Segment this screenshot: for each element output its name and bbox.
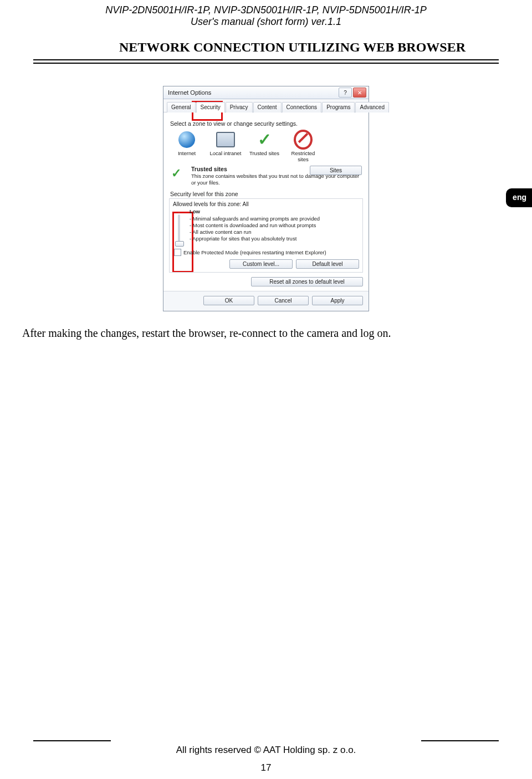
level-name: Low xyxy=(190,208,359,215)
restricted-icon xyxy=(294,130,313,149)
internet-options-dialog: Internet Options ? ✕ General Security Pr… xyxy=(163,86,369,311)
zone-internet-label: Internet xyxy=(170,150,203,156)
security-slider[interactable]: - xyxy=(173,208,185,245)
section-title: NETWORK CONNECTION UTILIZING WEB BROWSER xyxy=(0,40,466,55)
zone-trusted-sites[interactable]: ✓ Trusted sites xyxy=(248,130,281,156)
copyright-text: All rights reserved © AAT Holding sp. z … xyxy=(0,745,532,756)
level-bullet-2: - All active content can run xyxy=(190,229,359,235)
tab-privacy[interactable]: Privacy xyxy=(226,102,253,112)
footer-rule xyxy=(33,740,499,741)
zone-intranet-label: Local intranet xyxy=(209,150,242,156)
dialog-footer: OK Cancel Apply xyxy=(163,291,369,311)
zone-local-intranet[interactable]: Local intranet xyxy=(209,130,242,156)
tab-connections[interactable]: Connections xyxy=(282,102,322,112)
zone-prompt: Select a zone to view or change security… xyxy=(170,120,363,127)
sites-button[interactable]: Sites xyxy=(310,166,362,175)
page-number: 17 xyxy=(0,762,532,773)
dialog-titlebar: Internet Options ? ✕ xyxy=(163,86,369,99)
level-bullet-3: - Appropriate for sites that you absolut… xyxy=(190,235,359,242)
zone-trusted-label: Trusted sites xyxy=(248,150,281,156)
protected-mode-row[interactable]: Enable Protected Mode (requires restarti… xyxy=(174,249,359,256)
globe-icon xyxy=(177,130,196,149)
level-bullet-0: - Minimal safeguards and warning prompts… xyxy=(190,216,359,222)
reset-all-zones-button[interactable]: Reset all zones to default level xyxy=(251,277,363,286)
page-header: NVIP-2DN5001H/IR-1P, NVIP-3DN5001H/IR-1P… xyxy=(0,0,532,28)
tab-content[interactable]: Content xyxy=(253,102,282,112)
slider-thumb[interactable] xyxy=(175,241,184,247)
protected-mode-label: Enable Protected Mode (requires restarti… xyxy=(183,249,326,255)
trusted-description-block: ✓ Trusted sites This zone contains websi… xyxy=(171,166,363,186)
ok-button[interactable]: OK xyxy=(203,296,254,305)
cancel-button[interactable]: Cancel xyxy=(258,296,309,305)
zone-internet[interactable]: Internet xyxy=(170,130,203,156)
close-button[interactable]: ✕ xyxy=(353,88,366,98)
security-level-box: Allowed levels for this zone: All - Low … xyxy=(169,198,363,273)
help-button[interactable]: ? xyxy=(339,88,352,98)
tab-general[interactable]: General xyxy=(167,102,196,112)
trusted-check-icon: ✓ xyxy=(255,130,274,149)
zone-list: Internet Local intranet ✓ Trusted sites … xyxy=(170,130,362,162)
security-level-label: Security level for this zone xyxy=(170,191,363,197)
header-subtitle: User's manual (short form) ver.1.1 xyxy=(0,16,532,28)
intranet-icon xyxy=(216,130,235,149)
tab-advanced[interactable]: Advanced xyxy=(355,102,388,112)
zone-restricted-label: Restricted sites xyxy=(287,150,320,162)
tab-strip: General Security Privacy Content Connect… xyxy=(163,99,369,112)
instruction-text: After making the changes, restart the br… xyxy=(22,327,499,340)
zone-restricted-sites[interactable]: Restricted sites xyxy=(287,130,320,162)
level-bullet-1: - Most content is downloaded and run wit… xyxy=(190,222,359,229)
tab-security[interactable]: Security xyxy=(196,102,225,112)
apply-button[interactable]: Apply xyxy=(312,296,363,305)
trusted-block-check-icon: ✓ xyxy=(171,166,186,186)
custom-level-button[interactable]: Custom level... xyxy=(229,259,293,269)
tab-programs[interactable]: Programs xyxy=(322,102,355,112)
protected-mode-checkbox[interactable] xyxy=(174,249,181,256)
allowed-levels-text: Allowed levels for this zone: All xyxy=(173,201,359,207)
language-tab: eng xyxy=(506,188,532,207)
header-models: NVIP-2DN5001H/IR-1P, NVIP-3DN5001H/IR-1P… xyxy=(0,4,532,16)
default-level-button[interactable]: Default level xyxy=(296,259,359,269)
divider-double xyxy=(33,59,499,64)
dialog-title-text: Internet Options xyxy=(168,89,211,96)
